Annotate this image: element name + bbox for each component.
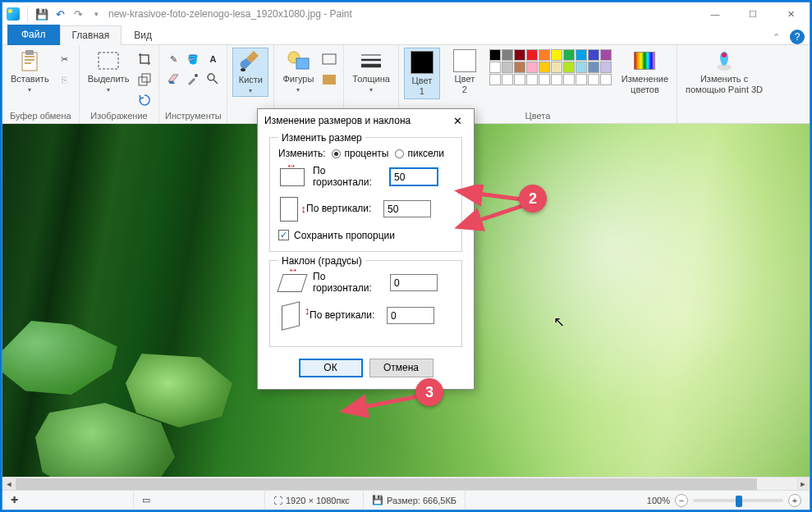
keep-aspect-checkbox[interactable]: ✓ Сохранить пропорции (278, 230, 453, 241)
color-swatch[interactable] (489, 74, 501, 85)
resize-icon[interactable] (135, 71, 154, 89)
shapes-button[interactable]: Фигуры ▾ (279, 48, 317, 95)
fill-icon[interactable]: 🪣 (184, 50, 202, 68)
svg-point-9 (208, 74, 214, 80)
paint3d-button[interactable]: Изменить с помощью Paint 3D (682, 48, 766, 96)
brushes-button[interactable]: Кисти ▾ (232, 48, 268, 97)
color-palette[interactable] (489, 48, 612, 85)
color-swatch[interactable] (502, 74, 513, 85)
svg-rect-1 (25, 50, 34, 55)
svg-rect-5 (99, 53, 118, 69)
paste-button[interactable]: Вставить ▾ (7, 48, 53, 95)
svg-rect-3 (25, 59, 34, 61)
image-group-label: Изображение (90, 109, 147, 123)
color-swatch[interactable] (600, 74, 612, 85)
save-icon[interactable]: 💾 (34, 7, 49, 21)
color-swatch[interactable] (526, 49, 538, 61)
color-swatch[interactable] (551, 74, 562, 85)
color-swatch[interactable] (563, 49, 575, 61)
outline-icon[interactable] (320, 50, 338, 68)
skew-horizontal-icon (277, 274, 307, 292)
radio-pixels[interactable]: пиксели (395, 148, 444, 159)
pencil-icon[interactable]: ✎ (164, 50, 182, 68)
scroll-left-icon[interactable]: ◄ (2, 478, 16, 491)
qat-dropdown-icon[interactable]: ▾ (89, 7, 103, 21)
edit-colors-button[interactable]: Изменение цветов (618, 48, 672, 96)
color-swatch[interactable] (588, 74, 599, 85)
redo-icon[interactable]: ↷ (71, 7, 85, 21)
clipboard-icon (18, 49, 41, 72)
color-swatch[interactable] (551, 49, 562, 61)
color-swatch[interactable] (526, 74, 538, 85)
color-swatch[interactable] (502, 49, 513, 61)
resize-vertical-input[interactable] (383, 200, 431, 217)
checkbox-icon: ✓ (278, 230, 289, 240)
color-swatch[interactable] (502, 62, 513, 73)
color-swatch[interactable] (514, 62, 525, 73)
ok-button[interactable]: ОК (299, 359, 363, 377)
filesize-icon: 💾 (372, 495, 383, 505)
svg-rect-2 (25, 56, 34, 57)
collapse-ribbon-icon[interactable]: ⌃ (768, 30, 785, 44)
crop-icon[interactable] (135, 50, 154, 68)
picker-icon[interactable] (184, 70, 202, 88)
color1-button[interactable]: Цвет 1 (404, 48, 440, 99)
select-button[interactable]: Выделить ▾ (85, 48, 133, 95)
color1-swatch (411, 51, 434, 74)
color-swatch[interactable] (526, 62, 538, 73)
radio-percent[interactable]: проценты (332, 148, 388, 159)
eraser-icon[interactable] (164, 70, 182, 88)
color-swatch[interactable] (489, 62, 501, 73)
color-swatch[interactable] (489, 49, 501, 61)
color-swatch[interactable] (563, 74, 575, 85)
color-swatch[interactable] (563, 62, 575, 73)
resize-horizontal-input[interactable] (390, 168, 438, 185)
color2-button[interactable]: Цвет 2 (447, 48, 483, 96)
svg-line-23 (343, 396, 419, 411)
color-swatch[interactable] (588, 49, 599, 61)
selection-icon: ▭ (142, 495, 150, 505)
minimize-button[interactable]: — (696, 2, 734, 25)
scroll-thumb[interactable] (16, 478, 757, 490)
text-icon[interactable]: A (204, 50, 222, 68)
zoom-slider[interactable] (693, 499, 783, 502)
statusbar: ✚ ▭ ⛶1920 × 1080пкс 💾Размер: 666,5КБ 100… (2, 490, 810, 510)
help-icon[interactable]: ? (790, 30, 805, 44)
color-swatch[interactable] (539, 49, 550, 61)
color-swatch[interactable] (600, 62, 612, 73)
undo-icon[interactable]: ↶ (53, 7, 67, 21)
tab-home[interactable]: Главная (60, 25, 122, 45)
color-swatch[interactable] (514, 74, 525, 85)
vertical-label: По вертикали: (306, 203, 377, 215)
zoom-out-button[interactable]: − (675, 494, 688, 507)
zoom-in-button[interactable]: + (788, 494, 801, 507)
horizontal-scrollbar[interactable]: ◄ ► (2, 477, 810, 490)
skew-horizontal-input[interactable] (390, 274, 438, 291)
color-swatch[interactable] (576, 74, 587, 85)
color-swatch[interactable] (514, 49, 525, 61)
scroll-right-icon[interactable]: ► (796, 478, 810, 491)
close-button[interactable]: ✕ (772, 2, 810, 25)
color-swatch[interactable] (576, 49, 587, 61)
fill-shape-icon[interactable] (320, 71, 338, 89)
color-swatch[interactable] (576, 62, 587, 73)
color-swatch[interactable] (600, 49, 612, 61)
maximize-button[interactable]: ☐ (734, 2, 772, 25)
color-swatch[interactable] (539, 62, 550, 73)
skew-vertical-input[interactable] (387, 307, 434, 324)
cancel-button[interactable]: Отмена (369, 359, 434, 377)
colors-group-label: Цвета (525, 109, 551, 123)
size-button[interactable]: Толщина ▾ (349, 48, 393, 95)
window-title: new-krasivoe-foto-zelenogo-lesa_1920x108… (103, 8, 696, 20)
color-swatch[interactable] (539, 74, 550, 85)
dimensions-icon: ⛶ (273, 496, 282, 505)
zoom-icon[interactable] (204, 70, 222, 88)
tab-view[interactable]: Вид (122, 25, 164, 45)
cut-icon[interactable]: ✂ (56, 50, 74, 68)
color-swatch[interactable] (588, 62, 599, 73)
tab-file[interactable]: Файл (7, 25, 60, 45)
copy-icon[interactable]: ⎘ (56, 71, 74, 89)
rotate-icon[interactable] (135, 91, 154, 109)
dialog-close-button[interactable]: ✕ (448, 113, 467, 129)
color-swatch[interactable] (551, 62, 562, 73)
